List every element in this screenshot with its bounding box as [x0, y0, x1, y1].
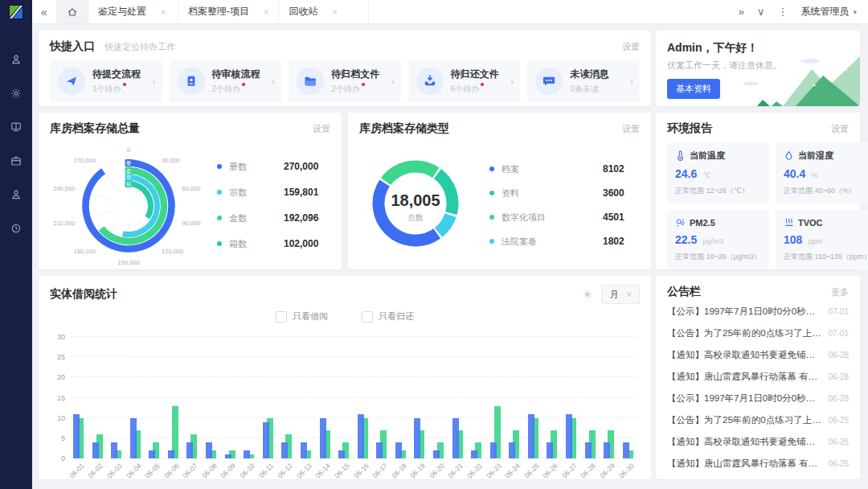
sidebar-item-user[interactable]	[5, 48, 27, 71]
sidebar-item-members[interactable]	[5, 183, 27, 206]
legend-dot	[217, 164, 222, 169]
announcement-item-4[interactable]: 【公示】1997年7月1日0时0分0秒，铭记这一历史时刻 06-28	[667, 392, 849, 405]
announcement-item-2[interactable]: 【通知】高校录取通知书要避免铺张浪费 06-28	[667, 349, 849, 361]
announcement-item-0[interactable]: 【公示】1997年7月1日0时0分0秒，铭记这一历史时刻 07-01	[667, 306, 849, 318]
legend-item-资料[interactable]: 资料 3600	[489, 187, 640, 199]
env-label: 当前温度	[690, 150, 725, 162]
close-tab-icon[interactable]: ×	[161, 7, 166, 17]
bar-group-06-03: 06-03	[110, 337, 123, 458]
sidebar-item-storage[interactable]	[5, 150, 27, 172]
chevron-down-icon[interactable]: ∨	[757, 6, 765, 18]
storage-total-settings-link[interactable]: 设置	[313, 123, 330, 135]
quick-entry-header: 快捷入口 快速定位待办工作 设置	[39, 31, 651, 59]
app-logo[interactable]	[0, 0, 32, 24]
bar-借阅	[301, 442, 307, 458]
checkbox-icon[interactable]	[362, 311, 373, 323]
chevron-right-icon: ›	[391, 76, 394, 88]
panel-subtitle: 快速定位待办工作	[104, 41, 175, 53]
legend-name: 册数	[229, 161, 247, 173]
announcement-item-3[interactable]: 【通知】唐山雷霆风暴行动落幕 有结果了吗 06-28	[667, 371, 849, 383]
quick-card-1[interactable]: 待审核流程 2个待办 ›	[170, 60, 282, 102]
inbox-return-icon	[416, 68, 444, 95]
announcement-item-7[interactable]: 【通知】唐山雷霆风暴行动落幕 有结果了吗 06-25	[667, 458, 849, 470]
legend-item-法院案卷[interactable]: 法院案卷 1802	[489, 236, 640, 248]
expand-tabs-icon[interactable]: »	[739, 6, 744, 18]
quick-card-3[interactable]: 待归还文件 6个待办 ›	[408, 60, 521, 102]
quick-card-4[interactable]: 未读消息 0条未读 ›	[527, 60, 640, 102]
profile-button[interactable]: 基本资料	[667, 79, 720, 99]
announcements-more-link[interactable]: 更多	[831, 286, 849, 298]
svg-text:宗: 宗	[126, 175, 132, 180]
sidebar-item-settings[interactable]	[5, 82, 27, 105]
more-vertical-icon[interactable]: ⋮	[777, 6, 788, 18]
tab-strip: 鉴定与处置 × 档案整理-项目 × 回收站 ×	[88, 0, 369, 23]
bar-借阅	[376, 442, 383, 458]
announcement-text: 【公示】1997年7月1日0时0分0秒，铭记这一历史时刻	[667, 306, 821, 318]
topbar-right: » ∨ ⋮ 系统管理员 ▾	[739, 0, 868, 23]
x-axis-label: 06-06	[162, 462, 180, 479]
announcement-item-1[interactable]: 【公告】为了25年前的0点练习了上万次 07-01	[667, 327, 849, 339]
bar-借阅	[130, 418, 137, 458]
red-dot-badge	[362, 83, 365, 86]
user-menu[interactable]: 系统管理员 ▾	[800, 5, 857, 18]
env-value: 108	[784, 233, 802, 246]
bar-借阅	[604, 442, 610, 458]
legend-value: 102,000	[284, 238, 330, 249]
quick-card-badge: 2个待办	[331, 84, 360, 95]
filter-checkbox-0[interactable]: 只看借阅	[276, 310, 328, 323]
announcement-item-6[interactable]: 【通知】高校录取通知书要避免铺张浪费 06-25	[667, 436, 849, 448]
collapse-sidebar-icon[interactable]: «	[32, 0, 56, 23]
checkbox-label: 只看借阅	[293, 310, 328, 323]
legend-item-盒数[interactable]: 盒数 192,096	[217, 212, 330, 224]
tab-label: 回收站	[289, 5, 317, 18]
close-tab-icon[interactable]: ×	[332, 7, 337, 17]
environment-cards: 当前温度 24.6 ℃ 正常范围 12~26（℃） 当前湿度 40.4 % 正常…	[656, 141, 860, 279]
x-axis-label: 06-17	[371, 462, 388, 479]
bar-group-06-13: 06-13	[300, 337, 313, 458]
chart-settings-icon[interactable]	[582, 289, 593, 300]
announcement-date: 06-28	[828, 372, 849, 381]
quick-entry-settings-link[interactable]: 设置	[622, 41, 640, 53]
legend-dot	[217, 190, 222, 195]
member-icon	[10, 188, 23, 201]
tab-home[interactable]	[56, 0, 88, 23]
bar-group-06-04: 06-04	[129, 337, 142, 458]
bar-借阅	[92, 442, 99, 458]
env-card-header: TVOC	[784, 217, 868, 228]
tab-item-2[interactable]: 回收站 ×	[279, 0, 369, 23]
period-select[interactable]: 月 ∨	[601, 285, 640, 304]
legend-item-箱数[interactable]: 箱数 102,000	[217, 238, 330, 250]
storage-box-icon	[10, 154, 23, 167]
red-dot-badge	[123, 83, 126, 86]
storage-type-settings-link[interactable]: 设置	[622, 123, 640, 135]
bar-group-06-20: 06-20	[432, 337, 445, 458]
env-card-2: PM2.5 22.5 μg/m3 正常范围 18~26（μg/m3）	[667, 210, 769, 269]
logo-icon	[8, 4, 24, 20]
close-tab-icon[interactable]: ×	[264, 7, 268, 17]
bar-借阅	[225, 454, 231, 458]
quick-card-0[interactable]: 待提交流程 1个待办 ›	[50, 60, 162, 102]
sidebar-item-history[interactable]	[5, 217, 27, 240]
welcome-card: Admin，下午好！ 伏案工作一天，请注意休息。 基本资料	[656, 31, 860, 106]
legend-value: 192,096	[284, 212, 330, 224]
announcement-item-5[interactable]: 【公告】为了25年前的0点练习了上万次 06-25	[667, 414, 849, 426]
bar-借阅	[358, 414, 364, 458]
sidebar-item-archive[interactable]	[5, 116, 27, 138]
env-label: PM2.5	[690, 218, 715, 228]
panel-title: 公告栏	[667, 285, 701, 299]
checkbox-icon[interactable]	[276, 311, 287, 323]
tab-item-0[interactable]: 鉴定与处置 ×	[88, 0, 178, 23]
filter-checkbox-1[interactable]: 只看归还	[362, 310, 414, 323]
legend-dot	[489, 215, 494, 220]
archive-reader-icon	[10, 121, 23, 134]
legend-item-数字化项目[interactable]: 数字化项目 4501	[489, 212, 640, 224]
legend-item-宗数[interactable]: 宗数 159,801	[217, 187, 330, 199]
x-axis-label: 06-13	[295, 462, 313, 479]
quick-card-2[interactable]: 待归档文件 2个待办 ›	[289, 60, 401, 102]
borrow-chart-area: 0 5 10 15 20 25 30 06-01	[50, 332, 640, 479]
env-card-header: 当前湿度	[784, 150, 868, 162]
tab-item-1[interactable]: 档案整理-项目 ×	[178, 0, 279, 23]
legend-item-册数[interactable]: 册数 270,000	[217, 161, 330, 173]
environment-settings-link[interactable]: 设置	[831, 123, 849, 135]
legend-item-档案[interactable]: 档案 8102	[489, 163, 640, 175]
